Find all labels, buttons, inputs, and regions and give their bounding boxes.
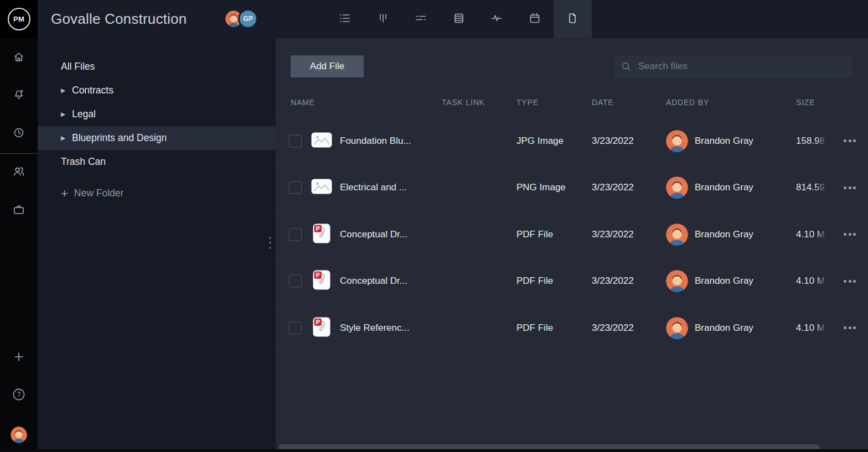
pdf-file-icon: P: [313, 270, 330, 292]
row-checkbox[interactable]: [289, 275, 302, 288]
file-type-icon: [310, 132, 333, 150]
row-menu-button[interactable]: [838, 274, 861, 288]
sheet-icon: [452, 12, 466, 27]
column-header-tasklink: TASK LINK: [442, 95, 485, 110]
pdf-file-icon: P: [313, 224, 330, 246]
file-icon: [566, 12, 579, 27]
table-row: P Style Referenc... PDF File 3/23/2022 B…: [276, 304, 868, 352]
plus-icon: +: [61, 188, 68, 200]
date-cell: 3/23/2022: [592, 323, 634, 334]
gantt-view-tab[interactable]: [402, 0, 440, 38]
file-name-cell[interactable]: Conceptual Dr...: [340, 229, 407, 240]
added-by-cell: Brandon Gray: [695, 182, 753, 193]
gantt-icon: [414, 12, 427, 27]
caret-right-icon: ▶: [61, 135, 68, 141]
folder-label: Legal: [72, 108, 96, 120]
pm-logo-text: PM: [13, 15, 24, 23]
table-row: Electrical and ... PNG Image 3/23/2022 B…: [276, 164, 868, 211]
folder-item-contracts[interactable]: ▶ + Contracts: [38, 79, 276, 102]
svg-text:P: P: [316, 272, 320, 278]
row-checkbox[interactable]: [289, 321, 302, 334]
bell-icon: [12, 88, 25, 103]
row-checkbox[interactable]: [289, 181, 302, 194]
file-name-cell[interactable]: Style Referenc...: [340, 323, 410, 334]
app-window: PM Govalle Construction GP ? ▶ +: [0, 0, 868, 452]
team-badge[interactable]: GP: [240, 11, 256, 27]
file-name-cell[interactable]: Electrical and ...: [340, 182, 407, 193]
caret-right-icon: ▶: [61, 87, 68, 93]
file-type-icon: [310, 179, 333, 196]
folder-item-all-files[interactable]: ▶ + All Files: [38, 55, 276, 79]
table-row: P Conceptual Dr... PDF File 3/23/2022 Br…: [276, 258, 868, 305]
user-avatar: [666, 130, 688, 152]
row-checkbox[interactable]: [289, 134, 302, 147]
image-file-icon: [311, 132, 332, 150]
row-menu-button[interactable]: [838, 321, 861, 335]
clock-icon: [12, 126, 25, 141]
type-cell: PDF File: [516, 276, 553, 287]
rail-item-home[interactable]: [0, 48, 38, 67]
team-badge-text: GP: [243, 15, 252, 23]
calendar-icon: [528, 12, 541, 27]
list-view-tab[interactable]: [326, 0, 364, 38]
app-logo[interactable]: PM: [0, 0, 38, 38]
folder-label: Contracts: [72, 85, 113, 96]
sheet-view-tab[interactable]: [440, 0, 478, 38]
row-menu-button[interactable]: [838, 180, 861, 195]
table-row: P Conceptual Dr... PDF File 3/23/2022 Br…: [276, 211, 868, 258]
search-box: [614, 55, 852, 77]
size-cell: 4.10 M: [796, 229, 828, 240]
view-tabs: [326, 0, 592, 38]
files-view-tab[interactable]: [554, 0, 592, 38]
folder-panel: ▶ + All Files ▶ + Contracts ▶ + Legal ▶ …: [38, 38, 276, 452]
left-rail: ?: [0, 38, 38, 452]
size-cell: 4.10 M: [796, 276, 828, 287]
search-input[interactable]: [637, 60, 846, 72]
folder-item-legal[interactable]: ▶ + Legal: [38, 102, 276, 126]
folder-label: Blueprints and Design: [72, 132, 167, 144]
file-type-icon: P: [310, 317, 333, 339]
added-by-cell: Brandon Gray: [695, 229, 753, 240]
top-bar: PM Govalle Construction GP: [0, 0, 868, 38]
folder-label: Trash Can: [61, 156, 106, 168]
project-title: Govalle Construction: [51, 0, 187, 38]
add-file-button[interactable]: Add File: [291, 55, 364, 77]
rail-item-projects[interactable]: [0, 200, 38, 220]
size-cell: 4.10 M: [796, 323, 828, 334]
row-menu-button[interactable]: [838, 227, 861, 242]
folder-item-trash-can[interactable]: ▶ + Trash Can: [38, 150, 276, 174]
added-by-cell: Brandon Gray: [695, 136, 753, 147]
panel-resize-handle[interactable]: [269, 237, 271, 249]
file-name-cell[interactable]: Conceptual Dr...: [340, 276, 407, 287]
rail-item-team[interactable]: [0, 162, 38, 182]
people-icon: [12, 165, 25, 180]
date-cell: 3/23/2022: [592, 229, 634, 240]
folder-item-new-folder[interactable]: ▶ + New Folder: [38, 181, 276, 205]
files-main: Add File NAME TASK LINK TYPE DATE ADDED …: [276, 38, 868, 452]
rail-item-notifications[interactable]: [0, 85, 38, 105]
board-view-tab[interactable]: [364, 0, 402, 38]
briefcase-icon: [12, 203, 25, 218]
added-by-cell: Brandon Gray: [695, 323, 753, 334]
column-header-addedby: ADDED BY: [666, 95, 709, 110]
user-avatar: [666, 270, 688, 292]
calendar-view-tab[interactable]: [516, 0, 554, 38]
size-cell: 158.98: [796, 136, 828, 147]
type-cell: PDF File: [516, 229, 553, 240]
activity-icon: [490, 12, 503, 27]
rail-item-add-new[interactable]: [0, 347, 38, 367]
row-checkbox[interactable]: [289, 228, 302, 241]
rail-divider: [0, 153, 38, 154]
rail-item-help[interactable]: ?: [0, 385, 38, 405]
pm-logo-icon: PM: [8, 8, 30, 30]
rail-item-profile[interactable]: [0, 425, 38, 445]
file-name-cell[interactable]: Foundation Blu...: [340, 136, 411, 147]
rail-item-recent[interactable]: [0, 123, 38, 143]
type-cell: PNG Image: [516, 182, 566, 193]
activity-view-tab[interactable]: [478, 0, 516, 38]
row-menu-button[interactable]: [838, 134, 861, 148]
folder-label: All Files: [61, 61, 95, 72]
folder-item-blueprints-and-design[interactable]: ▶ + Blueprints and Design: [38, 126, 276, 150]
caret-right-icon: ▶: [61, 111, 68, 117]
file-type-icon: P: [310, 224, 333, 246]
